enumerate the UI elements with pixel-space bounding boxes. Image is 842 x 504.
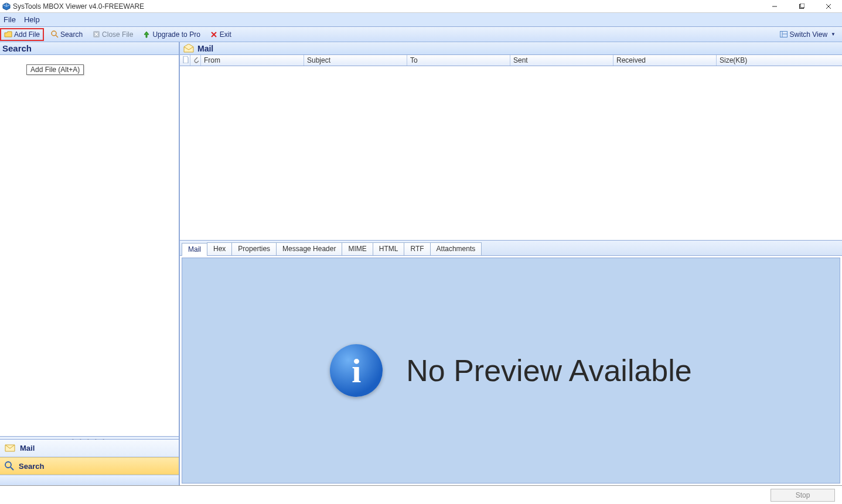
tab-html[interactable]: HTML [373, 242, 405, 255]
sidebar-body: Add File (Alt+A) [0, 55, 179, 436]
toolbar-label: Add File [14, 30, 40, 39]
toolbar-label: Search [60, 30, 83, 39]
svg-rect-2 [800, 4, 804, 8]
preview-pane: i No Preview Available [182, 258, 840, 484]
sidebar-footer [0, 475, 179, 485]
tab-mail[interactable]: Mail [182, 243, 207, 256]
layout-icon [780, 30, 788, 39]
svg-line-12 [11, 467, 13, 470]
column-to[interactable]: To [407, 55, 510, 66]
info-icon: i [330, 344, 383, 397]
tab-properties[interactable]: Properties [231, 242, 277, 255]
sidebar-nav-label: Mail [20, 444, 35, 452]
tab-message-header[interactable]: Message Header [276, 242, 342, 255]
menu-help[interactable]: Help [24, 15, 40, 24]
column-received[interactable]: Received [613, 55, 717, 66]
app-title: SysTools MBOX Viewer v4.0-FREEWARE [13, 2, 144, 11]
svg-point-5 [52, 31, 56, 36]
toolbar-label: Switch View [790, 30, 827, 39]
title-bar: SysTools MBOX Viewer v4.0-FREEWARE [0, 0, 842, 13]
sidebar-nav-mail[interactable]: Mail [0, 440, 179, 457]
toolbar-label: Upgrade to Pro [152, 30, 200, 39]
grid-header-row: From Subject To Sent Received Size(KB) [180, 55, 842, 66]
close-file-icon [92, 30, 100, 39]
minimize-button[interactable] [761, 0, 788, 13]
menu-file[interactable]: File [4, 15, 16, 24]
mail-icon [5, 444, 15, 452]
tooltip: Add File (Alt+A) [26, 64, 84, 75]
column-sent[interactable]: Sent [510, 55, 613, 66]
switch-view-button[interactable]: Switch View ▼ [777, 29, 838, 40]
search-icon [50, 30, 59, 39]
column-from[interactable]: From [201, 55, 304, 66]
close-file-button[interactable]: Close File [89, 29, 136, 40]
preview-tabs: Mail Hex Properties Message Header MIME … [180, 241, 842, 256]
column-size[interactable]: Size(KB) [717, 55, 842, 66]
exit-button[interactable]: Exit [207, 29, 234, 40]
close-icon [210, 30, 218, 39]
menu-bar: File Help [0, 13, 842, 27]
panel-title: Mail [197, 44, 213, 53]
app-icon [2, 2, 11, 11]
column-attachment-icon[interactable] [190, 55, 201, 66]
preview-message: No Preview Available [406, 353, 692, 388]
chevron-down-icon: ▼ [831, 32, 836, 37]
search-icon [5, 461, 14, 471]
sidebar-nav-search[interactable]: Search [0, 457, 179, 475]
stop-button[interactable]: Stop [771, 489, 835, 502]
tab-rtf[interactable]: RTF [404, 242, 430, 255]
toolbar: Add File Search Close File Upgrade to Pr… [0, 27, 842, 42]
grid-body [180, 66, 842, 241]
tab-attachments[interactable]: Attachments [430, 242, 482, 255]
column-doc-icon[interactable] [180, 55, 190, 66]
search-button[interactable]: Search [47, 29, 86, 40]
mail-open-icon [183, 44, 194, 53]
column-subject[interactable]: Subject [304, 55, 407, 66]
tab-hex[interactable]: Hex [207, 242, 232, 255]
maximize-button[interactable] [788, 0, 815, 13]
sidebar-header: Search [0, 42, 179, 55]
toolbar-label: Close File [102, 30, 133, 39]
arrow-up-icon [142, 30, 151, 39]
tab-mime[interactable]: MIME [342, 242, 373, 255]
sidebar: Search Add File (Alt+A) • • • • • Mail S… [0, 42, 180, 485]
sidebar-nav-label: Search [19, 462, 44, 471]
svg-point-11 [5, 462, 11, 468]
bottom-bar: Stop [0, 485, 842, 504]
svg-line-6 [56, 35, 58, 37]
main-panel: Mail From Subject To Sent Received Size(… [180, 42, 842, 485]
folder-open-icon [4, 30, 12, 39]
mail-panel-header: Mail [180, 42, 842, 55]
close-button[interactable] [815, 0, 842, 13]
toolbar-label: Exit [220, 30, 231, 39]
add-file-button[interactable]: Add File [0, 28, 44, 41]
upgrade-button[interactable]: Upgrade to Pro [139, 29, 203, 40]
